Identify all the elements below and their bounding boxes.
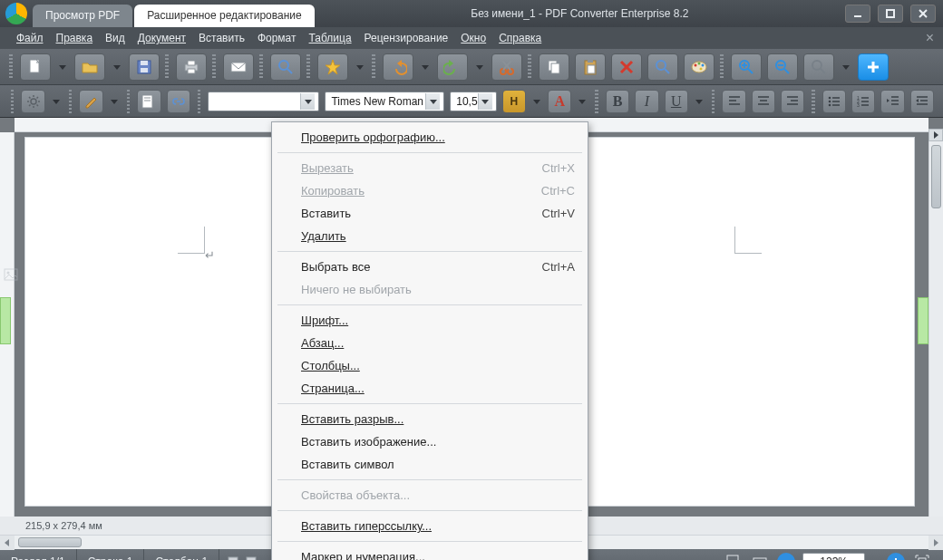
italic-button[interactable]: I [635, 90, 658, 113]
ctx-image[interactable]: Вставить изображение... [272, 430, 588, 453]
fit-width-button[interactable] [750, 553, 770, 560]
zoom-minus-button[interactable] [777, 553, 795, 560]
scroll-right-button[interactable] [928, 536, 943, 550]
window-minimize-button[interactable] [845, 5, 870, 23]
zoom-100-button[interactable] [803, 53, 834, 81]
text-tool-button[interactable] [137, 90, 160, 113]
menu-view[interactable]: Вид [105, 32, 125, 44]
left-panel-tab[interactable] [0, 297, 11, 344]
tab-view-pdf[interactable]: Просмотр PDF [33, 5, 132, 27]
tab-advanced-editing[interactable]: Расширенное редактирование [134, 5, 315, 27]
zoom-plus-button[interactable] [887, 553, 905, 560]
align-left-button[interactable] [722, 90, 745, 113]
print-button[interactable] [176, 53, 207, 81]
status-column: Столбец 1 [144, 549, 219, 560]
settings-dropdown[interactable] [51, 98, 62, 105]
menu-document[interactable]: Документ [138, 32, 186, 44]
font-combo[interactable]: Times New Roman [325, 92, 444, 111]
find-button[interactable] [270, 53, 301, 81]
add-button[interactable] [858, 53, 889, 81]
menu-review[interactable]: Рецензирование [365, 32, 449, 44]
menu-format[interactable]: Формат [258, 32, 297, 44]
zoom-tool-button[interactable] [647, 53, 678, 81]
ctx-page[interactable]: Страница... [272, 377, 588, 400]
ctx-spellcheck[interactable]: Проверить орфографию... [272, 126, 588, 149]
fullscreen-button[interactable] [912, 553, 932, 560]
menu-window[interactable]: Окно [461, 32, 486, 44]
underline-dropdown[interactable] [694, 98, 705, 105]
ctx-cut: ВырезатьCtrl+X [272, 157, 588, 179]
link-tool-button[interactable] [167, 90, 190, 113]
page-nav-prev-icon[interactable] [245, 555, 259, 560]
undo-button[interactable] [383, 53, 413, 81]
ctx-bullets[interactable]: Маркер и нумерация... [272, 546, 588, 560]
copy-button[interactable] [539, 53, 569, 81]
favorite-button[interactable] [317, 53, 348, 81]
ctx-paragraph[interactable]: Абзац... [272, 332, 588, 354]
page-nav-first-icon[interactable] [227, 555, 241, 560]
menu-file[interactable]: Файл [16, 32, 44, 44]
scroll-left-button[interactable] [0, 536, 15, 550]
save-button[interactable] [129, 53, 160, 81]
svg-rect-101 [727, 555, 738, 560]
toolbar-grip-icon [528, 54, 531, 80]
svg-marker-53 [53, 100, 60, 104]
ctx-copy: КопироватьCtrl+C [272, 179, 588, 202]
mail-button[interactable] [223, 53, 254, 81]
ctx-select-all[interactable]: Выбрать всеCtrl+A [272, 256, 588, 278]
new-document-button[interactable] [20, 53, 51, 81]
list-number-button[interactable]: 123 [851, 90, 875, 113]
edit-tool-button[interactable] [79, 90, 102, 113]
zoom-dropdown[interactable] [840, 63, 852, 71]
paste-button[interactable] [575, 53, 606, 81]
delete-button[interactable] [611, 53, 642, 81]
open-button[interactable] [74, 53, 105, 81]
highlight-dropdown[interactable] [531, 98, 542, 105]
ctx-columns[interactable]: Столбцы... [272, 354, 588, 377]
ctx-symbol[interactable]: Вставить символ [272, 453, 588, 476]
cut-button[interactable] [491, 53, 522, 81]
undo-dropdown[interactable] [419, 63, 432, 71]
menu-help[interactable]: Справка [499, 32, 541, 44]
fit-page-button[interactable] [723, 553, 743, 560]
indent-button[interactable] [910, 90, 934, 113]
redo-button[interactable] [437, 53, 468, 81]
ctx-delete[interactable]: Удалить [272, 225, 588, 247]
font-color-button[interactable]: A [548, 90, 571, 113]
align-right-button[interactable] [781, 90, 804, 113]
outdent-button[interactable] [880, 90, 904, 113]
highlight-button[interactable]: H [502, 90, 526, 113]
align-center-button[interactable] [752, 90, 775, 113]
favorite-dropdown[interactable] [354, 63, 366, 71]
color-picker-button[interactable] [684, 53, 715, 81]
window-close-button[interactable] [910, 5, 936, 23]
panel-toggle-button[interactable] [928, 129, 943, 141]
ctx-hyperlink[interactable]: Вставить гиперссылку... [272, 515, 588, 537]
font-color-dropdown[interactable] [577, 98, 588, 105]
scrollbar-thumb[interactable] [931, 145, 941, 208]
scrollbar-vertical[interactable] [928, 141, 943, 517]
style-combo[interactable] [208, 92, 319, 111]
window-maximize-button[interactable] [878, 5, 903, 23]
open-dropdown[interactable] [111, 63, 123, 71]
edit-tool-dropdown[interactable] [109, 98, 120, 105]
settings-button[interactable] [21, 90, 44, 113]
underline-button[interactable]: U [665, 90, 688, 113]
redo-dropdown[interactable] [473, 63, 486, 71]
menu-table[interactable]: Таблица [309, 32, 352, 44]
zoom-value[interactable]: 123% [802, 553, 865, 560]
ctx-font[interactable]: Шрифт... [272, 309, 588, 332]
bold-button[interactable]: B [606, 90, 629, 113]
menu-insert[interactable]: Вставить [199, 32, 245, 44]
zoom-in-button[interactable] [731, 53, 762, 81]
document-close-button[interactable]: × [926, 30, 934, 46]
list-bullet-button[interactable] [822, 90, 846, 113]
zoom-out-button[interactable] [767, 53, 798, 81]
scrollbar-thumb[interactable] [18, 537, 82, 547]
fontsize-combo[interactable]: 10,5 [450, 92, 496, 111]
ctx-break[interactable]: Вставить разрыв... [272, 408, 588, 430]
menu-edit[interactable]: Правка [56, 32, 93, 44]
ctx-paste[interactable]: ВставитьCtrl+V [272, 202, 588, 225]
right-panel-tab[interactable] [918, 297, 928, 344]
new-document-dropdown[interactable] [56, 63, 69, 71]
